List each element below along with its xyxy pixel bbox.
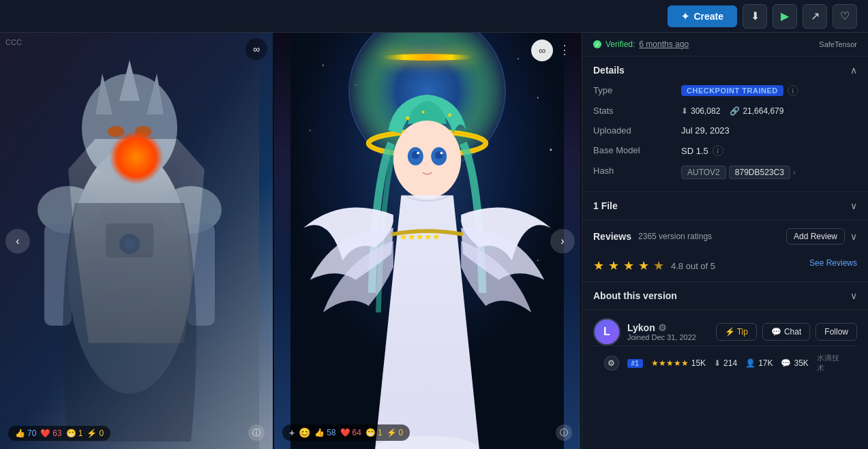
author-verified-icon: ⚙: [658, 322, 667, 333]
file-section: 1 File ∨: [582, 192, 868, 220]
heart-count-center: 64: [353, 428, 361, 437]
hash-arrow-icon[interactable]: ›: [793, 168, 796, 177]
reviews-title: Reviews: [593, 231, 631, 242]
verified-dot: ✓: [593, 40, 601, 48]
reviews-actions: Add Review ∨: [786, 228, 857, 245]
base-model-info-icon[interactable]: i: [713, 145, 723, 156]
heart-reaction: ❤️ 63: [40, 429, 61, 438]
svg-point-16: [323, 65, 324, 66]
file-section-header[interactable]: 1 File ∨: [582, 192, 868, 219]
details-sidebar: ✓ Verified: 6 months ago SafeTensor Deta…: [582, 33, 868, 449]
model-stars: ★★★★★: [651, 358, 689, 368]
hash-tag: AUTOV2: [681, 166, 726, 179]
follow-button[interactable]: Follow: [815, 323, 857, 341]
type-label: Type: [593, 84, 681, 97]
verified-label: Verified:: [605, 40, 635, 49]
favorite-button[interactable]: ♡: [833, 4, 857, 29]
chat-button[interactable]: 💬 💬 Chat Chat: [762, 323, 810, 341]
link-stat: 🔗 21,664,679: [730, 106, 783, 116]
type-info-icon[interactable]: i: [788, 85, 798, 96]
image-gallery: CCC ∞ ‹ 👍 70 ❤️ 63 😁 1: [0, 33, 582, 449]
top-navigation: ✦ Create ⬇ ▶ ↗ ♡: [0, 0, 868, 33]
author-avatar[interactable]: L: [593, 318, 620, 345]
laugh-count: 1: [78, 429, 83, 438]
link-icon-center: ∞: [539, 45, 545, 56]
star-5: ★: [653, 258, 664, 273]
author-details: Lykon ⚙ Joined Dec 31, 2022: [627, 322, 696, 341]
bolt-reaction-center: ⚡ 0: [387, 428, 404, 437]
rating-text: 4.8 out of 5: [671, 261, 715, 271]
add-review-button[interactable]: Add Review: [786, 228, 845, 245]
hash-label: Hash: [593, 164, 681, 181]
stats-label: Stats: [593, 104, 681, 117]
model-download-stat: ⬇ 214: [714, 358, 737, 368]
create-button[interactable]: ✦ Create: [668, 5, 737, 27]
stars-row: ★ ★ ★ ★ ★ 4.8 out of 5: [593, 253, 715, 273]
author-joined: Joined Dec 31, 2022: [627, 333, 696, 341]
tip-button[interactable]: ⚡ Tip: [716, 323, 757, 341]
svg-point-7: [135, 126, 151, 137]
file-chevron-icon: ∨: [850, 200, 857, 211]
model-users-count: 17K: [758, 358, 773, 368]
uploaded-value: Jul 29, 2023: [681, 124, 857, 137]
download-stat: ⬇ 306,082: [681, 106, 720, 116]
svg-point-18: [518, 58, 519, 59]
play-icon: ▶: [781, 10, 789, 22]
base-model-text: SD 1.5: [681, 146, 708, 156]
info-button-center[interactable]: ⓘ: [556, 424, 572, 441]
emoji-btn[interactable]: 😊: [299, 427, 310, 438]
download-button[interactable]: ⬇: [743, 4, 767, 29]
model-stars-stat: ★★★★★ 15K: [651, 358, 706, 368]
robot-image: [0, 33, 273, 449]
svg-point-6: [108, 126, 124, 137]
details-section-header[interactable]: Details ∧: [582, 57, 868, 84]
about-section-header[interactable]: About this version ∨: [582, 282, 868, 309]
reviews-content: ★ ★ ★ ★ ★ 4.8 out of 5 See Reviews: [582, 253, 868, 281]
heart-icon-center: ❤️: [340, 428, 350, 437]
star-4: ★: [638, 258, 649, 273]
safe-tensor-label: SafeTensor: [819, 40, 857, 48]
angel-image: ★ ★ ★ ★★★★★: [274, 33, 580, 449]
image-tag-left: CCC: [5, 38, 22, 46]
about-title: About this version: [593, 290, 677, 301]
heart-count: 63: [53, 429, 61, 438]
verified-badge: ✓ Verified: 6 months ago: [593, 40, 689, 49]
verified-time-link[interactable]: 6 months ago: [639, 40, 689, 49]
author-actions: ⚡ Tip 💬 💬 Chat Chat Follow: [716, 323, 857, 341]
play-button[interactable]: ▶: [773, 4, 797, 29]
thumbs-count: 70: [27, 429, 36, 438]
laugh-count-center: 1: [378, 428, 383, 437]
uploaded-label: Uploaded: [593, 124, 681, 137]
laugh-icon: 😁: [66, 429, 76, 438]
info-button-left[interactable]: ⓘ: [248, 424, 265, 441]
gallery-next-button[interactable]: ›: [550, 229, 575, 253]
link-icon-left[interactable]: ∞: [245, 38, 267, 60]
checkpoint-badge: CHECKPOINT TRAINED: [681, 85, 783, 96]
reviews-count: 2365 version ratings: [638, 232, 712, 241]
author-name-text: Lykon: [627, 322, 655, 333]
gallery-prev-button[interactable]: ‹: [5, 229, 30, 253]
model-stats-row: ⚙ #1 ★★★★★ 15K ⬇ 214 👤 17K 💬 35K: [593, 345, 857, 380]
model-number-badge: #1: [627, 359, 643, 368]
model-download-icon: ⬇: [714, 358, 721, 368]
share-button[interactable]: ↗: [803, 4, 827, 29]
gallery-item-center: ★ ★ ★ ★★★★★: [273, 33, 582, 449]
author-name-row: Lykon ⚙: [627, 322, 696, 333]
image-link-button[interactable]: ∞: [531, 40, 553, 61]
details-section: Details ∧ Type CHECKPOINT TRAINED i Stat…: [582, 57, 868, 192]
svg-point-33: [417, 152, 419, 155]
add-reaction-btn[interactable]: +: [289, 427, 295, 438]
angel-svg: ★ ★ ★ ★★★★★: [274, 33, 580, 449]
svg-text:★: ★: [404, 114, 411, 122]
main-layout: CCC ∞ ‹ 👍 70 ❤️ 63 😁 1: [0, 33, 868, 449]
hash-code: 879DB523C3: [729, 166, 790, 179]
star-2: ★: [608, 258, 619, 273]
see-reviews-link[interactable]: See Reviews: [809, 258, 857, 268]
avatar-initial: L: [603, 326, 610, 338]
svg-text:★: ★: [447, 111, 453, 119]
model-comments-stat: 💬 35K: [781, 358, 808, 368]
details-content: Type CHECKPOINT TRAINED i Stats ⬇ 306,08…: [582, 84, 868, 191]
svg-point-21: [550, 149, 552, 151]
more-options-button[interactable]: ⋮: [556, 40, 573, 60]
reviews-section: Reviews 2365 version ratings Add Review …: [582, 220, 868, 282]
